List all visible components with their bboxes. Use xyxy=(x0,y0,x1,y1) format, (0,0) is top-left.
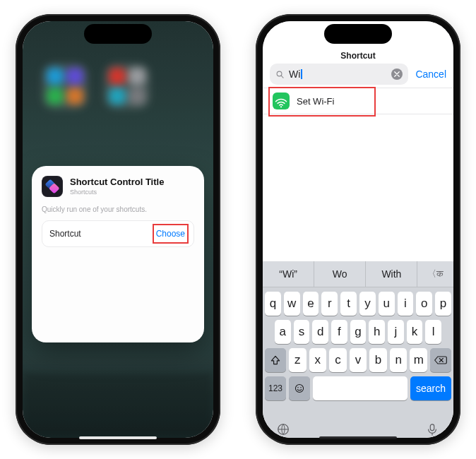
search-field[interactable]: Wi xyxy=(270,64,408,85)
search-key[interactable]: search xyxy=(410,376,451,400)
suggestion-lang[interactable]: 〈क xyxy=(417,261,453,287)
sheet-subtitle: Shortcuts xyxy=(70,189,164,196)
key-q[interactable]: q xyxy=(265,292,281,316)
key-r[interactable]: r xyxy=(321,292,338,316)
clear-search-button[interactable] xyxy=(391,68,403,80)
dynamic-island xyxy=(84,24,152,44)
key-c[interactable]: c xyxy=(329,348,347,372)
x-icon xyxy=(394,71,400,77)
result-set-wifi[interactable]: Set Wi-Fi xyxy=(263,88,453,114)
wifi-glyph-icon xyxy=(275,97,287,109)
shortcut-config-sheet: Shortcut Control Title Shortcuts Quickly… xyxy=(32,166,204,342)
app-folder xyxy=(105,64,150,109)
key-k[interactable]: k xyxy=(407,320,423,344)
key-x[interactable]: x xyxy=(309,348,327,372)
key-v[interactable]: v xyxy=(350,348,367,372)
software-keyboard: “Wi” Wo With 〈क q w e r t y u i o xyxy=(263,261,453,438)
key-p[interactable]: p xyxy=(435,292,451,316)
shortcut-picker-row[interactable]: Shortcut Choose xyxy=(42,220,194,247)
search-icon xyxy=(275,70,285,79)
svg-point-7 xyxy=(300,387,301,388)
search-input-value[interactable]: Wi xyxy=(289,69,302,79)
home-indicator[interactable] xyxy=(319,436,397,439)
key-w[interactable]: w xyxy=(284,292,300,316)
svg-line-3 xyxy=(281,76,283,78)
key-h[interactable]: h xyxy=(369,320,385,344)
emoji-key[interactable] xyxy=(289,376,310,400)
key-s[interactable]: s xyxy=(294,320,310,344)
backspace-key[interactable] xyxy=(430,348,451,372)
suggestion-1[interactable]: “Wi” xyxy=(263,261,314,287)
shift-key[interactable] xyxy=(265,348,286,372)
result-label: Set Wi-Fi xyxy=(297,96,334,107)
svg-point-2 xyxy=(277,71,282,76)
key-b[interactable]: b xyxy=(369,348,387,372)
home-indicator[interactable] xyxy=(79,436,157,439)
key-j[interactable]: j xyxy=(388,320,404,344)
phone-right: Shortcut Wi Cancel xyxy=(256,14,460,445)
shortcuts-app-icon xyxy=(42,176,63,197)
globe-icon[interactable] xyxy=(276,422,290,436)
svg-point-4 xyxy=(280,106,282,107)
sheet-description: Quickly run one of your shortcuts. xyxy=(42,205,194,213)
key-a[interactable]: a xyxy=(275,320,291,344)
key-row-3: z x c v b n m xyxy=(265,348,451,372)
key-d[interactable]: d xyxy=(312,320,328,344)
wifi-icon xyxy=(273,93,290,109)
key-g[interactable]: g xyxy=(350,320,367,344)
shortcuts-glyph-icon xyxy=(44,179,60,194)
screen-left: Shortcut Control Title Shortcuts Quickly… xyxy=(23,21,213,438)
key-u[interactable]: u xyxy=(379,292,395,316)
space-key[interactable] xyxy=(313,376,407,400)
key-f[interactable]: f xyxy=(331,320,347,344)
suggestion-3[interactable]: With xyxy=(366,261,417,287)
key-n[interactable]: n xyxy=(390,348,407,372)
dock-blur xyxy=(23,373,213,438)
results-list: Set Wi-Fi xyxy=(263,88,453,114)
key-z[interactable]: z xyxy=(289,348,307,372)
home-icon-folders xyxy=(42,64,150,109)
key-l[interactable]: l xyxy=(425,320,441,344)
suggestion-2[interactable]: Wo xyxy=(314,261,366,287)
mic-icon[interactable] xyxy=(424,423,440,436)
key-row-4: 123 search xyxy=(265,376,451,400)
svg-point-6 xyxy=(297,387,298,388)
key-t[interactable]: t xyxy=(340,292,357,316)
app-folder xyxy=(42,64,88,109)
svg-point-5 xyxy=(295,384,303,392)
key-e[interactable]: e xyxy=(303,292,319,316)
shortcut-row-label: Shortcut xyxy=(49,229,81,239)
backspace-icon xyxy=(434,355,448,365)
key-m[interactable]: m xyxy=(410,348,427,372)
key-i[interactable]: i xyxy=(398,292,414,316)
nav-title: Shortcut xyxy=(263,51,453,61)
key-row-1: q w e r t y u i o p xyxy=(265,292,451,316)
suggestion-bar: “Wi” Wo With 〈क xyxy=(263,261,453,287)
key-row-2: a s d f g h j k l xyxy=(265,320,451,344)
numbers-key[interactable]: 123 xyxy=(265,376,286,400)
phone-left: Shortcut Control Title Shortcuts Quickly… xyxy=(16,14,220,445)
emoji-icon xyxy=(294,383,305,394)
cancel-button[interactable]: Cancel xyxy=(415,68,446,80)
screen-right: Shortcut Wi Cancel xyxy=(263,21,453,438)
key-o[interactable]: o xyxy=(416,292,432,316)
choose-button[interactable]: Choose xyxy=(155,226,186,242)
sheet-title: Shortcut Control Title xyxy=(70,177,164,188)
dynamic-island xyxy=(324,24,392,44)
shift-icon xyxy=(270,354,281,366)
key-y[interactable]: y xyxy=(359,292,376,316)
svg-rect-9 xyxy=(430,424,434,431)
